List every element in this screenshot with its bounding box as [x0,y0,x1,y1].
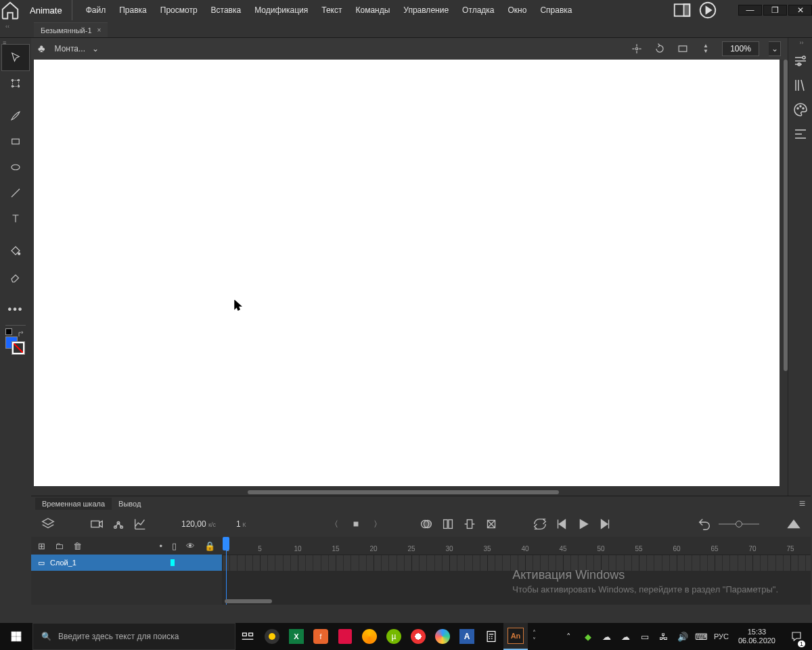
document-tab[interactable]: Безымянный-1 × [34,22,108,37]
free-transform-tool[interactable] [2,70,29,96]
lock-icon[interactable]: 🔒 [204,541,215,551]
onion-range-slider[interactable] [719,523,759,525]
menu-file[interactable]: Файл [79,0,113,20]
tray-cloud-icon[interactable]: ☁ [619,632,633,642]
line-tool[interactable] [2,180,29,206]
rectangle-tool[interactable] [2,129,29,154]
zoom-stepper-icon[interactable]: ▲▼ [699,42,713,56]
fps-display[interactable]: 120,00 к/с [181,519,216,529]
tab-timeline[interactable]: Временная шкала [35,498,112,510]
timeline-frames[interactable]: 151015202530354045505560657075 [222,537,811,605]
canvas-viewport[interactable] [31,60,788,496]
stage-center-icon[interactable] [630,42,644,56]
tray-volume-icon[interactable]: 🔊 [676,632,690,642]
zoom-dropdown-icon[interactable]: ⌄ [769,41,781,56]
menu-window[interactable]: Окно [501,0,534,20]
scene-dropdown[interactable]: Монта... ⌄ [55,44,99,53]
camera-icon[interactable] [89,517,104,532]
highlight-icon[interactable]: • [159,541,162,551]
play-preview-icon[interactable] [698,0,718,20]
taskbar-app-db[interactable] [333,623,357,650]
next-icon[interactable]: 〉 [370,517,385,532]
stage-canvas[interactable] [34,60,780,486]
new-layer-icon[interactable]: ⊞ [38,541,45,551]
eraser-tool[interactable] [2,264,29,290]
marker1-icon[interactable] [462,517,477,532]
delete-layer-icon[interactable]: 🗑 [73,541,82,551]
menu-commands[interactable]: Команды [349,0,397,20]
keyframe-nav-icon[interactable] [348,517,363,532]
taskbar-app-freemake[interactable]: f [309,623,333,650]
document-tab-close-icon[interactable]: × [97,26,102,34]
taskbar-app-paint[interactable] [430,623,455,650]
step-back-icon[interactable] [554,517,569,532]
text-tool[interactable] [2,206,29,232]
timeline-scrollbar[interactable] [225,599,272,603]
scene-icon[interactable]: ♣ [38,43,45,55]
menu-text[interactable]: Текст [315,0,348,20]
taskbar-app-calculator[interactable] [479,623,503,650]
properties-panel-icon[interactable] [792,53,809,69]
horizontal-scrollbar[interactable] [248,490,559,494]
timeline-zoom-icon[interactable] [786,517,801,532]
onion-skin-icon[interactable] [419,517,434,532]
brush-tool[interactable] [2,103,29,129]
home-icon[interactable] [0,0,20,20]
tray-network-icon[interactable]: 🖧 [657,632,671,642]
close-button[interactable]: ✕ [788,5,812,16]
tray-desktops-icon[interactable]: ▭ [638,632,652,642]
rotate-stage-icon[interactable] [653,42,667,56]
align-panel-icon[interactable] [792,126,809,142]
tray-onedrive-icon[interactable]: ☁ [600,632,614,642]
menu-insert[interactable]: Вставка [204,0,248,20]
layer-row[interactable]: ▭ Слой_1 [31,555,222,571]
start-button[interactable] [0,623,32,650]
zoom-value[interactable]: 100% [722,41,759,56]
outline-icon[interactable]: ▯ [172,541,177,551]
library-panel-icon[interactable] [792,77,809,93]
taskbar-app-animate[interactable]: An [503,623,528,650]
clip-content-icon[interactable] [676,42,690,56]
frames-row[interactable] [222,555,811,571]
swap-colors-icon[interactable] [5,328,12,335]
layer-depth-icon[interactable] [111,517,126,532]
right-collapse-icon[interactable]: ›› [797,39,804,45]
vertical-scrollbar[interactable] [784,60,788,371]
taskbar-search[interactable]: 🔍 Введите здесь текст для поиска [32,623,235,650]
tools-handle-icon[interactable]: ≡ [0,39,6,45]
color-panel-icon[interactable] [792,102,809,118]
action-center-icon[interactable]: 1 [785,623,808,650]
frame-display[interactable]: 1 К [236,519,246,529]
tray-chevron-up-icon[interactable]: ˄ [562,632,576,642]
edit-multiple-icon[interactable] [441,517,455,532]
menu-help[interactable]: Справка [533,0,579,20]
task-view-icon[interactable] [235,623,260,650]
ellipse-tool[interactable] [2,154,29,180]
paint-bucket-tool[interactable] [2,238,29,264]
tab-output[interactable]: Вывод [112,498,148,510]
taskbar-app-utorrent[interactable]: µ [382,623,406,650]
new-folder-icon[interactable]: 🗀 [55,541,64,551]
step-fwd-icon[interactable] [597,517,612,532]
stroke-color-swatch[interactable] [12,342,24,354]
tray-keyboard-icon[interactable]: ⌨ [695,632,708,642]
taskbar-app-opera[interactable] [406,623,430,650]
more-tools-icon[interactable]: ••• [2,297,29,322]
panel-menu-icon[interactable]: ≡ [794,498,811,510]
layers-icon[interactable] [41,517,55,532]
prev-icon[interactable]: 〈 [327,517,342,532]
stroke-fill-swatches[interactable] [5,328,26,351]
loop-icon[interactable] [533,517,547,532]
taskbar-app-excel[interactable]: X [284,623,309,650]
workspace-layout-icon[interactable] [672,0,692,20]
taskbar-app-canary[interactable] [357,623,382,650]
menu-edit[interactable]: Правка [112,0,154,20]
selection-tool[interactable] [2,45,29,70]
undo-icon[interactable] [697,517,712,532]
minimize-button[interactable]: — [738,5,762,16]
tray-shield-icon[interactable]: ◆ [581,632,595,642]
menu-modify[interactable]: Модификация [248,0,315,20]
timeline-ruler[interactable]: 151015202530354045505560657075 [222,537,811,555]
taskbar-app-avast[interactable]: A [455,623,479,650]
taskbar-app-yandex[interactable] [260,623,284,650]
